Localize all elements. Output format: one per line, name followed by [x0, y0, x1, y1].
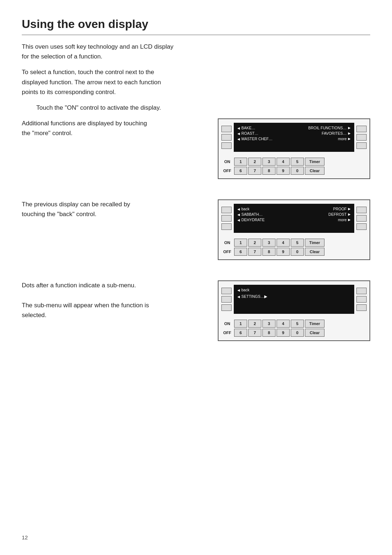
numpad-key-2-6[interactable]: 6	[234, 248, 247, 256]
display-row-1-3: MASTER CHEF… more	[237, 137, 351, 141]
display-right-1-3: more	[338, 137, 351, 141]
numpad-row-2-1: ON 1 2 3 4 5 Timer	[221, 239, 367, 247]
page-number: 12	[22, 534, 28, 540]
section2-text: The previous display can be recalled by …	[22, 199, 152, 219]
display-right-2-3: more	[338, 218, 351, 222]
numpad-key-2-5[interactable]: 5	[291, 239, 304, 247]
numpad-key-2-2[interactable]: 2	[248, 239, 261, 247]
soft-key-left-4[interactable]	[221, 207, 232, 213]
arrow-left-icon-4	[237, 207, 241, 211]
numpad-2: ON 1 2 3 4 5 Timer OFF 6 7 8 9 0	[221, 239, 367, 256]
numpad-key-2-1[interactable]: 1	[234, 239, 247, 247]
display-row-2-2: SABBATH… DEFROST	[237, 212, 351, 216]
clear-button-3[interactable]: Clear	[305, 329, 324, 337]
soft-key-left-5[interactable]	[221, 215, 232, 222]
intro-para1: This oven uses soft key technology and a…	[22, 42, 174, 61]
section2-diagram: back PROOF SABBATH… DEFROST DEHYDRATE mo…	[167, 199, 370, 260]
numpad-key-2-8[interactable]: 8	[262, 248, 275, 256]
numpad-key-3[interactable]: 3	[262, 158, 275, 166]
numpad-key-2-3[interactable]: 3	[262, 239, 275, 247]
soft-key-left-2[interactable]	[221, 134, 232, 141]
numpad-key-9[interactable]: 9	[277, 167, 290, 175]
display-left-1-3: MASTER CHEF…	[237, 137, 273, 141]
numpad-key-6[interactable]: 6	[234, 167, 247, 175]
numpad-key-2-0[interactable]: 0	[291, 248, 304, 256]
soft-key-left-3[interactable]	[221, 142, 232, 149]
numpad-key-0[interactable]: 0	[291, 167, 304, 175]
numpad-key-2[interactable]: 2	[248, 158, 261, 166]
numpad-key-3-9[interactable]: 9	[277, 329, 290, 337]
soft-key-right-4[interactable]	[356, 207, 367, 213]
soft-key-left-7[interactable]	[221, 288, 232, 294]
panel-main-1: BAKE… BROIL FUNCTIONS… ROAST… FAVORITES……	[221, 123, 367, 175]
panel-main-2: back PROOF SABBATH… DEFROST DEHYDRATE mo…	[221, 204, 367, 256]
soft-key-right-9[interactable]	[356, 304, 367, 311]
soft-key-right-6[interactable]	[356, 223, 367, 230]
display-left-3-1: back	[237, 288, 249, 292]
arrow-left-icon-6	[237, 218, 241, 222]
display-right-2-2: DEFROST	[328, 212, 351, 216]
timer-button-2[interactable]: Timer	[305, 239, 324, 247]
clear-button-1[interactable]: Clear	[305, 167, 324, 175]
numpad-key-3-2[interactable]: 2	[248, 320, 261, 328]
numpad-key-3-7[interactable]: 7	[248, 329, 261, 337]
soft-key-right-5[interactable]	[356, 215, 367, 222]
soft-key-right-7[interactable]	[356, 288, 367, 294]
numpad-key-2-4[interactable]: 4	[277, 239, 290, 247]
soft-key-right-1[interactable]	[356, 126, 367, 132]
numpad-row-3-1: ON 1 2 3 4 5 Timer	[221, 320, 367, 328]
numpad-key-3-4[interactable]: 4	[277, 320, 290, 328]
arrow-left-icon-7	[237, 288, 241, 292]
numpad-key-3-1[interactable]: 1	[234, 320, 247, 328]
soft-key-left-9[interactable]	[221, 304, 232, 311]
numpad-key-5[interactable]: 5	[291, 158, 304, 166]
panel-top-2: back PROOF SABBATH… DEFROST DEHYDRATE mo…	[221, 204, 367, 233]
left-soft-keys-2	[221, 204, 232, 233]
numpad-key-3-3[interactable]: 3	[262, 320, 275, 328]
timer-button-3[interactable]: Timer	[305, 320, 324, 328]
section-back-control: The previous display can be recalled by …	[22, 199, 370, 260]
soft-key-left-8[interactable]	[221, 296, 232, 303]
section1-text: Additional functions are displayed by to…	[22, 118, 152, 138]
numpad-key-3-0[interactable]: 0	[291, 329, 304, 337]
section3-text1: Dots after a function indicate a sub-men…	[22, 280, 152, 290]
numpad-key-3-8[interactable]: 8	[262, 329, 275, 337]
display-row-1-2: ROAST… FAVORITES…	[237, 131, 351, 135]
panel-top-3: back SETTINGS…▶	[221, 285, 367, 314]
soft-key-left-1[interactable]	[221, 126, 232, 132]
numpad-on-label-2: ON	[221, 240, 233, 245]
numpad-off-label-3: OFF	[221, 331, 233, 335]
numpad-key-1[interactable]: 1	[234, 158, 247, 166]
clear-button-2[interactable]: Clear	[305, 248, 324, 256]
numpad-off-label: OFF	[221, 169, 233, 173]
display-screen-3: back SETTINGS…▶	[234, 285, 354, 314]
display-left-1-2: ROAST…	[237, 131, 258, 135]
numpad-row-1-2: OFF 6 7 8 9 0 Clear	[221, 167, 367, 175]
right-soft-keys-2	[356, 204, 367, 233]
numpad-row-3-2: OFF 6 7 8 9 0 Clear	[221, 329, 367, 337]
numpad-key-2-7[interactable]: 7	[248, 248, 261, 256]
section-more-control: Additional functions are displayed by to…	[22, 118, 370, 179]
numpad-key-8[interactable]: 8	[262, 167, 275, 175]
display-left-2-3: DEHYDRATE	[237, 218, 265, 222]
soft-key-right-3[interactable]	[356, 142, 367, 149]
panel-top-1: BAKE… BROIL FUNCTIONS… ROAST… FAVORITES……	[221, 123, 367, 152]
numpad-3: ON 1 2 3 4 5 Timer OFF 6 7 8 9 0	[221, 320, 367, 337]
section3-text2: The sub-menu will appear when the functi…	[22, 300, 152, 320]
section-submenu: Dots after a function indicate a sub-men…	[22, 280, 370, 341]
soft-key-right-2[interactable]	[356, 134, 367, 141]
soft-key-left-6[interactable]	[221, 223, 232, 230]
numpad-key-3-6[interactable]: 6	[234, 329, 247, 337]
display-screen-1: BAKE… BROIL FUNCTIONS… ROAST… FAVORITES……	[234, 123, 354, 152]
numpad-key-3-5[interactable]: 5	[291, 320, 304, 328]
numpad-key-2-9[interactable]: 9	[277, 248, 290, 256]
numpad-key-7[interactable]: 7	[248, 167, 261, 175]
display-row-2-3: DEHYDRATE more	[237, 218, 351, 222]
soft-key-right-8[interactable]	[356, 296, 367, 303]
page-title: Using the oven display	[22, 17, 370, 35]
numpad-key-4[interactable]: 4	[277, 158, 290, 166]
timer-button-1[interactable]: Timer	[305, 158, 324, 166]
numpad-on-label-3: ON	[221, 321, 233, 326]
arrow-left-icon-5	[237, 212, 241, 216]
section1-diagram: BAKE… BROIL FUNCTIONS… ROAST… FAVORITES……	[167, 118, 370, 179]
